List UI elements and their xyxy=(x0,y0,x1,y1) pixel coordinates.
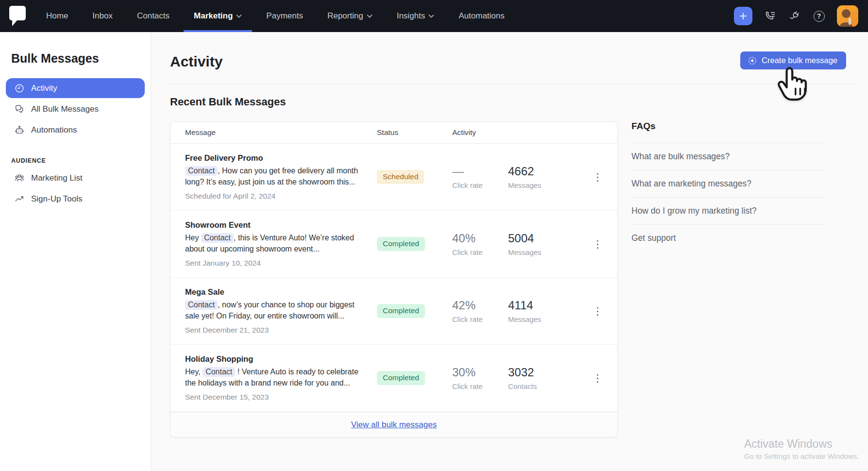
bulk-messages-sidebar: Bulk Messages Activity All Bulk Messages xyxy=(0,32,151,471)
chat-bubbles-icon xyxy=(14,104,25,115)
contact-variable-chip: Contact xyxy=(185,166,218,176)
trend-up-icon xyxy=(14,194,25,204)
click-rate-metric: 40% Click rate xyxy=(452,232,508,256)
click-rate-metric: 30% Click rate xyxy=(452,366,508,390)
message-date: Sent January 10, 2024 xyxy=(185,259,365,268)
view-all-bulk-messages-link[interactable]: View all bulk messages xyxy=(351,420,437,430)
faq-panel: FAQs What are bulk messages? What are ma… xyxy=(631,121,825,252)
message-title: Holiday Shopping xyxy=(185,354,365,364)
faq-link-grow-marketing-list[interactable]: How do I grow my marketing list? xyxy=(631,197,825,224)
megaphone-badge-icon xyxy=(748,56,757,66)
message-title: Showroom Event xyxy=(185,220,365,230)
message-title: Mega Sale xyxy=(185,287,365,297)
row-menu-kebab-icon[interactable]: ⋮ xyxy=(590,303,606,319)
avatar-photo xyxy=(837,5,858,27)
message-preview: Contact, How can you get free delivery a… xyxy=(185,165,365,187)
sidebar-audience-nav: Marketing List Sign-Up Tools xyxy=(0,168,151,209)
faq-link-get-support[interactable]: Get support xyxy=(631,224,825,252)
column-header-status: Status xyxy=(377,128,452,137)
nav-insights[interactable]: Insights xyxy=(397,0,435,32)
recent-bulk-messages-card: Message Status Activity Free Delivery Pr… xyxy=(170,121,618,437)
chevron-down-icon xyxy=(428,14,434,18)
nav-home[interactable]: Home xyxy=(46,0,68,32)
message-date: Sent December 21, 2023 xyxy=(185,326,365,335)
header-divider xyxy=(170,84,856,84)
table-row[interactable]: Mega Sale Contact, now’s your chance to … xyxy=(170,278,617,345)
faq-link-what-are-bulk-messages[interactable]: What are bulk messages? xyxy=(631,143,825,170)
faq-link-what-are-marketing-messages[interactable]: What are marketing messages? xyxy=(631,170,825,197)
click-rate-metric: 42% Click rate xyxy=(452,299,508,323)
messages-metric: 4114 Messages xyxy=(508,299,586,323)
sidebar-section-audience: AUDIENCE xyxy=(11,157,151,164)
contact-variable-chip: Contact xyxy=(201,233,234,243)
table-header: Message Status Activity xyxy=(170,122,617,144)
call-log-button[interactable] xyxy=(764,10,777,22)
table-row[interactable]: Showroom Event Hey Contact, this is Vent… xyxy=(170,211,617,278)
integrations-button[interactable] xyxy=(786,7,803,25)
chevron-down-icon xyxy=(367,14,373,18)
user-avatar[interactable] xyxy=(837,5,858,27)
sidebar-item-sign-up-tools[interactable]: Sign-Up Tools xyxy=(6,189,145,209)
message-title: Free Delivery Promo xyxy=(185,153,365,163)
section-title: Recent Bulk Messages xyxy=(170,96,286,108)
robot-icon xyxy=(14,125,25,135)
sidebar-nav: Activity All Bulk Messages Automations xyxy=(0,78,151,140)
question-mark-icon: ? xyxy=(814,11,825,22)
clock-icon xyxy=(14,83,25,94)
primary-nav: Home Inbox Contacts Marketing Payments R… xyxy=(46,0,505,32)
sidebar-item-marketing-list[interactable]: Marketing List xyxy=(6,168,145,188)
message-preview: Contact, now’s your chance to shop our b… xyxy=(185,299,365,321)
sidebar-item-all-bulk-messages[interactable]: All Bulk Messages xyxy=(6,99,145,119)
help-button[interactable]: ? xyxy=(813,10,825,22)
row-menu-kebab-icon[interactable]: ⋮ xyxy=(590,169,606,185)
nav-reporting[interactable]: Reporting xyxy=(327,0,373,32)
contact-variable-chip: Contact xyxy=(203,367,235,377)
column-header-activity: Activity xyxy=(452,128,508,137)
message-date: Sent December 15, 2023 xyxy=(185,393,365,402)
topnav-actions: + ? xyxy=(734,5,868,27)
create-bulk-message-button[interactable]: Create bulk message xyxy=(740,51,846,69)
top-navigation: Home Inbox Contacts Marketing Payments R… xyxy=(0,0,868,32)
create-new-button[interactable]: + xyxy=(734,7,752,25)
table-row[interactable]: Free Delivery Promo Contact, How can you… xyxy=(170,144,617,211)
faq-title: FAQs xyxy=(631,121,825,132)
nav-payments[interactable]: Payments xyxy=(266,0,303,32)
plug-icon xyxy=(786,8,803,24)
contact-variable-chip: Contact xyxy=(185,300,218,310)
status-badge: Completed xyxy=(377,304,425,318)
click-rate-metric: — Click rate xyxy=(452,165,508,189)
message-preview: Hey, Contact ! Venture Auto is ready to … xyxy=(185,366,365,388)
phone-list-icon xyxy=(765,10,776,22)
page-title: Activity xyxy=(170,53,222,70)
message-preview: Hey Contact, this is Venture Auto! We’re… xyxy=(185,232,365,254)
status-badge: Completed xyxy=(377,237,425,251)
table-row[interactable]: Holiday Shopping Hey, Contact ! Venture … xyxy=(170,345,617,412)
sidebar-item-activity[interactable]: Activity xyxy=(6,78,145,98)
sidebar-item-automations[interactable]: Automations xyxy=(6,120,145,140)
nav-contacts[interactable]: Contacts xyxy=(137,0,170,32)
message-date: Scheduled for April 2, 2024 xyxy=(185,192,365,201)
sidebar-title: Bulk Messages xyxy=(11,51,151,66)
chevron-down-icon xyxy=(236,14,242,18)
nav-marketing[interactable]: Marketing xyxy=(194,0,242,32)
plus-icon: + xyxy=(739,10,747,23)
nav-inbox[interactable]: Inbox xyxy=(92,0,113,32)
podium-logo-icon[interactable] xyxy=(9,5,26,27)
people-icon xyxy=(14,173,25,184)
status-badge: Scheduled xyxy=(377,170,424,184)
nav-automations[interactable]: Automations xyxy=(459,0,505,32)
row-menu-kebab-icon[interactable]: ⋮ xyxy=(590,236,606,252)
status-badge: Completed xyxy=(377,371,425,385)
main-content: Activity Create bulk message Recent Bulk… xyxy=(151,32,868,471)
row-menu-kebab-icon[interactable]: ⋮ xyxy=(590,370,606,386)
column-header-message: Message xyxy=(185,128,377,137)
windows-activation-watermark: Activate Windows Go to Settings to activ… xyxy=(744,437,859,460)
messages-metric: 5004 Messages xyxy=(508,232,586,256)
contacts-metric: 3032 Contacts xyxy=(508,366,586,390)
card-footer: View all bulk messages xyxy=(170,412,617,437)
messages-metric: 4662 Messages xyxy=(508,165,586,189)
